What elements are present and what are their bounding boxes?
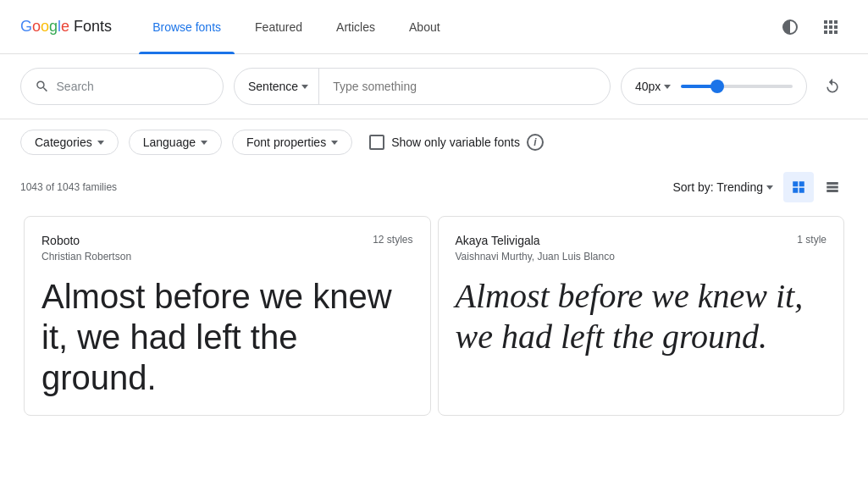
theme-toggle-button[interactable] — [773, 10, 807, 44]
reset-button[interactable] — [817, 71, 848, 102]
size-section: 40px — [621, 68, 807, 105]
logo[interactable]: Google Fonts — [20, 18, 112, 36]
info-symbol: i — [534, 136, 536, 148]
view-toggle — [783, 172, 848, 202]
font-grid: Roboto 12 styles Christian Robertson Alm… — [0, 213, 868, 439]
language-filter[interactable]: Language — [129, 130, 222, 155]
sort-label: Sort by: Trending — [672, 180, 763, 194]
nav-articles[interactable]: Articles — [323, 0, 389, 54]
sort-arrow — [766, 185, 773, 190]
categories-filter[interactable]: Categories — [20, 130, 119, 155]
sentence-label: Sentence — [248, 80, 298, 93]
font-name: Akaya Telivigala — [456, 234, 540, 247]
font-card-header: Roboto 12 styles — [41, 234, 413, 247]
search-box[interactable] — [20, 68, 224, 105]
preview-text-section: Sentence — [234, 68, 611, 105]
font-properties-label: Font properties — [246, 135, 326, 149]
size-dropdown-arrow — [664, 85, 671, 89]
language-arrow — [201, 141, 207, 145]
font-preview: Almost before we knew it, we had left th… — [456, 276, 827, 357]
size-slider[interactable] — [681, 85, 793, 88]
variable-fonts-info-icon[interactable]: i — [527, 134, 544, 151]
font-card-akaya[interactable]: Akaya Telivigala 1 style Vaishnavi Murth… — [438, 216, 845, 416]
variable-fonts-checkbox[interactable] — [369, 135, 384, 150]
font-author: Christian Robertson — [41, 251, 413, 263]
results-count: 1043 of 1043 families — [20, 181, 117, 193]
categories-label: Categories — [35, 135, 92, 149]
header-icons — [773, 10, 848, 44]
font-card-roboto[interactable]: Roboto 12 styles Christian Robertson Alm… — [24, 216, 431, 416]
sort-section: Sort by: Trending — [672, 172, 848, 202]
font-author: Vaishnavi Murthy, Juan Luis Blanco — [456, 251, 827, 263]
toolbar: Sentence 40px — [0, 54, 868, 119]
nav-browse-fonts[interactable]: Browse fonts — [139, 0, 235, 54]
font-preview: Almost before we knew it, we had left th… — [41, 276, 413, 398]
search-input[interactable] — [57, 80, 209, 93]
categories-arrow — [97, 141, 104, 145]
results-bar: 1043 of 1043 families Sort by: Trending — [0, 165, 868, 213]
nav-about[interactable]: About — [395, 0, 454, 54]
variable-fonts-toggle: Show only variable fonts i — [369, 134, 544, 151]
grid-view-icon — [791, 180, 806, 195]
header: Google Fonts Browse fonts Featured Artic… — [0, 0, 868, 54]
grid-view-button[interactable] — [783, 172, 814, 202]
reset-icon — [824, 78, 841, 95]
language-label: Language — [143, 135, 196, 149]
list-view-button[interactable] — [817, 172, 848, 202]
filters-bar: Categories Language Font properties Show… — [0, 119, 868, 165]
sort-by-dropdown[interactable]: Sort by: Trending — [672, 180, 773, 194]
variable-fonts-label: Show only variable fonts — [391, 135, 520, 149]
font-properties-filter[interactable]: Font properties — [232, 130, 352, 155]
font-styles: 12 styles — [373, 234, 412, 246]
font-styles: 1 style — [797, 234, 827, 246]
apps-icon — [821, 17, 841, 37]
search-icon — [35, 78, 50, 95]
font-card-header: Akaya Telivigala 1 style — [456, 234, 827, 247]
preview-input[interactable] — [319, 80, 610, 93]
nav-featured[interactable]: Featured — [241, 0, 316, 54]
font-properties-arrow — [331, 141, 338, 145]
size-value: 40px — [635, 80, 661, 93]
list-view-icon — [825, 180, 840, 195]
main-nav: Browse fonts Featured Articles About — [139, 0, 773, 54]
font-name: Roboto — [41, 234, 80, 247]
sentence-dropdown[interactable]: Sentence — [235, 69, 319, 104]
size-label[interactable]: 40px — [635, 80, 671, 93]
theme-icon — [780, 17, 800, 37]
apps-button[interactable] — [814, 10, 848, 44]
logo-text: Google Fonts — [20, 18, 112, 36]
sentence-dropdown-arrow — [301, 85, 308, 89]
